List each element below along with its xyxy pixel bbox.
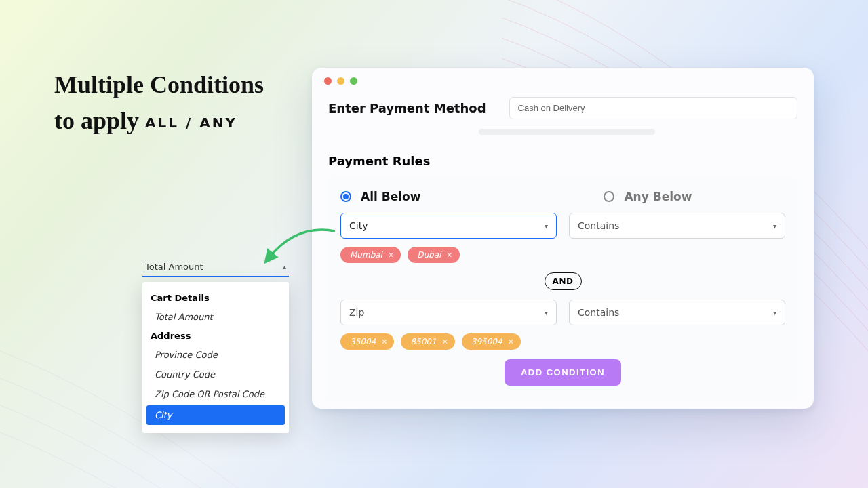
joiner-pill[interactable]: AND [545,272,582,290]
chip-remove-icon[interactable]: ✕ [508,338,514,346]
dropdown-selected-label: Total Amount [145,262,203,272]
dropdown-group-label: Address [142,327,289,345]
app-window: Enter Payment Method Payment Rules All B… [312,68,814,409]
minimize-dot-icon[interactable] [337,77,344,85]
caret-down-icon: ▾ [545,309,548,317]
headline-line-2: to apply ALL / ANY [54,100,264,142]
close-dot-icon[interactable] [324,77,332,85]
dropdown-item[interactable]: City [146,405,285,425]
operator-select[interactable]: Contains▾ [569,300,785,325]
dropdown-panel: Cart DetailsTotal AmountAddressProvince … [142,282,289,433]
dropdown-item[interactable]: Country Code [142,365,289,384]
value-chip: Mumbai✕ [340,247,401,263]
operator-select[interactable]: Contains▾ [569,213,785,239]
radio-off-icon [604,191,614,202]
dropdown-item[interactable]: Province Code [142,345,289,365]
dropdown-selected[interactable]: Total Amount ▴ [142,258,289,277]
chip-label: 85001 [410,337,436,346]
skeleton-line [479,129,655,135]
chip-label: 395004 [471,337,502,346]
dropdown-group-label: Cart Details [142,289,289,307]
window-titlebar [312,68,814,90]
field-dropdown: Total Amount ▴ Cart DetailsTotal AmountA… [142,258,289,433]
payment-method-input[interactable] [509,97,797,119]
field-select-value: City [349,220,368,231]
payment-rules-panel: All Below Any Below City▾Contains▾Mumbai… [328,178,797,401]
payment-method-label: Enter Payment Method [328,101,486,115]
chip-remove-icon[interactable]: ✕ [381,338,387,346]
field-select[interactable]: Zip▾ [340,300,557,325]
page-headline: Multiple Conditions to apply ALL / ANY [54,70,264,142]
value-chip: 395004✕ [462,333,521,350]
radio-all-below[interactable]: All Below [340,190,420,203]
radio-any-label: Any Below [624,190,692,203]
operator-select-value: Contains [578,220,619,231]
value-chip: 85001✕ [401,333,454,350]
chip-label: 35004 [350,337,376,346]
caret-up-icon: ▴ [283,263,286,270]
maximize-dot-icon[interactable] [350,77,357,85]
radio-on-icon [340,191,351,202]
caret-down-icon: ▾ [773,222,776,230]
field-select-value: Zip [349,307,364,318]
chip-remove-icon[interactable]: ✕ [388,251,394,260]
chip-label: Dubai [417,250,441,260]
add-condition-button[interactable]: ADD CONDITION [505,359,621,386]
headline-line-1: Multiple Conditions [54,70,264,100]
radio-any-below[interactable]: Any Below [604,190,692,203]
dropdown-item[interactable]: Total Amount [142,307,289,327]
chip-remove-icon[interactable]: ✕ [442,338,448,346]
field-select[interactable]: City▾ [340,213,557,239]
caret-down-icon: ▾ [545,222,548,230]
radio-all-label: All Below [361,190,420,203]
caret-down-icon: ▾ [773,309,776,317]
value-chip: Dubai✕ [408,247,459,263]
payment-rules-heading: Payment Rules [328,154,797,168]
chip-label: Mumbai [350,250,382,260]
dropdown-item[interactable]: Zip Code OR Postal Code [142,384,289,404]
chip-remove-icon[interactable]: ✕ [446,251,452,260]
operator-select-value: Contains [578,307,619,318]
value-chip: 35004✕ [340,333,394,350]
